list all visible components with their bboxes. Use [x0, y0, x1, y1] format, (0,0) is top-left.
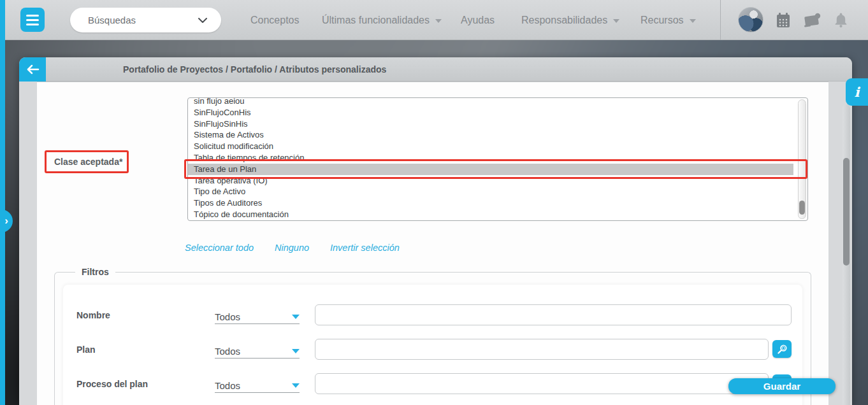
list-item[interactable]: Sistema de Activos — [188, 129, 793, 141]
back-arrow-icon — [25, 64, 40, 75]
filters-legend: Filtros — [75, 267, 115, 277]
select-none-link[interactable]: Ninguno — [275, 243, 309, 253]
filter-label-plan: Plan — [76, 345, 96, 355]
list-item[interactable]: Solicitud modificación — [188, 141, 793, 152]
bell-icon[interactable] — [834, 0, 848, 40]
filter-input-plan[interactable] — [315, 339, 769, 360]
listbox-options: sin flujo aeiou SinFlujoConHis SinFlujoS… — [188, 97, 807, 220]
menu-item-ayudas[interactable]: Ayudas — [461, 0, 495, 40]
caret-down-icon — [292, 383, 300, 388]
menu-item-responsabilidades[interactable]: Responsabilidades — [521, 0, 619, 40]
top-navigation-bar: Búsquedas Conceptos Últimas funcionalida… — [5, 0, 868, 40]
chevron-right-icon: › — [4, 215, 8, 227]
caret-down-icon — [613, 19, 619, 23]
searches-dropdown-label: Búsquedas — [88, 15, 198, 25]
list-item[interactable]: Tabla de tiempos de retención — [188, 152, 793, 164]
menu-item-recursos[interactable]: Recursos — [640, 0, 696, 40]
invert-selection-link[interactable]: Invertir selección — [330, 243, 400, 253]
listbox-scrollbar-thumb[interactable] — [799, 201, 805, 215]
searches-dropdown[interactable]: Búsquedas — [70, 8, 221, 32]
list-item[interactable]: Tipos de Auditores — [188, 197, 793, 209]
filter-operator-value: Todos — [215, 311, 292, 322]
chevron-down-icon — [198, 18, 207, 23]
menu-item-conceptos[interactable]: Conceptos — [250, 0, 300, 40]
hamburger-icon — [26, 24, 39, 25]
topbar-divider — [720, 0, 721, 40]
list-item[interactable]: SinFlujoSinHis — [188, 118, 793, 130]
list-item[interactable]: sin flujo aeiou — [188, 97, 793, 107]
filter-operator-nombre[interactable]: Todos — [215, 309, 300, 324]
calendar-icon[interactable] — [776, 0, 790, 40]
filter-operator-plan[interactable]: Todos — [215, 344, 300, 359]
breadcrumb: Portafolio de Proyectos / Portafolio / A… — [123, 64, 386, 75]
app-window: Búsquedas Conceptos Últimas funcionalida… — [0, 0, 868, 405]
avatar[interactable] — [738, 7, 763, 32]
caret-down-icon — [292, 315, 300, 319]
hamburger-icon — [26, 15, 39, 17]
page-scrollbar[interactable] — [843, 104, 850, 405]
menu-item-label: Conceptos — [250, 15, 300, 26]
list-item-selected[interactable]: Tarea de un Plan — [188, 164, 793, 175]
meeting-board-icon[interactable] — [803, 0, 822, 40]
list-item[interactable]: Tipo de Activo — [188, 186, 793, 197]
filter-operator-proceso-del-plan[interactable]: Todos — [215, 378, 300, 393]
filter-label-nombre: Nombre — [76, 310, 110, 320]
menu-item-label: Ayudas — [461, 15, 495, 26]
page-scrollbar-thumb[interactable] — [843, 158, 850, 266]
list-item[interactable]: SinFlujoConHis — [188, 107, 793, 118]
select-all-link[interactable]: Seleccionar todo — [185, 243, 254, 253]
menu-item-label: Recursos — [640, 15, 684, 26]
caret-down-icon — [292, 349, 300, 353]
hamburger-menu-button[interactable] — [20, 8, 45, 32]
filter-operator-value: Todos — [215, 346, 292, 357]
info-icon: i — [855, 84, 860, 100]
caret-down-icon — [690, 19, 696, 23]
back-button[interactable] — [19, 57, 46, 82]
accepted-class-label: Clase aceptada* — [54, 157, 122, 167]
listbox-scrollbar[interactable] — [798, 99, 806, 219]
filter-input-proceso-del-plan[interactable] — [315, 373, 769, 394]
plan-search-button[interactable] — [772, 340, 792, 358]
breadcrumb-bar: Portafolio de Proyectos / Portafolio / A… — [46, 57, 852, 82]
list-item[interactable]: Tarea operativa (IO) — [188, 175, 793, 187]
filter-label-proceso-del-plan: Proceso del plan — [76, 379, 148, 389]
search-icon — [777, 344, 788, 355]
accepted-class-listbox[interactable]: sin flujo aeiou SinFlujoConHis SinFlujoS… — [187, 97, 808, 221]
filter-input-nombre[interactable] — [315, 304, 792, 325]
left-edge-accent-bar — [0, 0, 5, 405]
menu-item-label: Responsabilidades — [521, 15, 607, 26]
info-button[interactable]: i — [846, 78, 868, 106]
menu-item-label: Últimas funcionalidades — [322, 15, 430, 26]
hamburger-icon — [26, 19, 39, 21]
filter-operator-value: Todos — [215, 380, 292, 391]
menu-item-ultimas-funcionalidades[interactable]: Últimas funcionalidades — [322, 0, 442, 40]
save-button[interactable]: Guardar — [728, 378, 835, 394]
list-item[interactable]: Tópico de documentación — [188, 209, 793, 220]
caret-down-icon — [435, 19, 442, 23]
